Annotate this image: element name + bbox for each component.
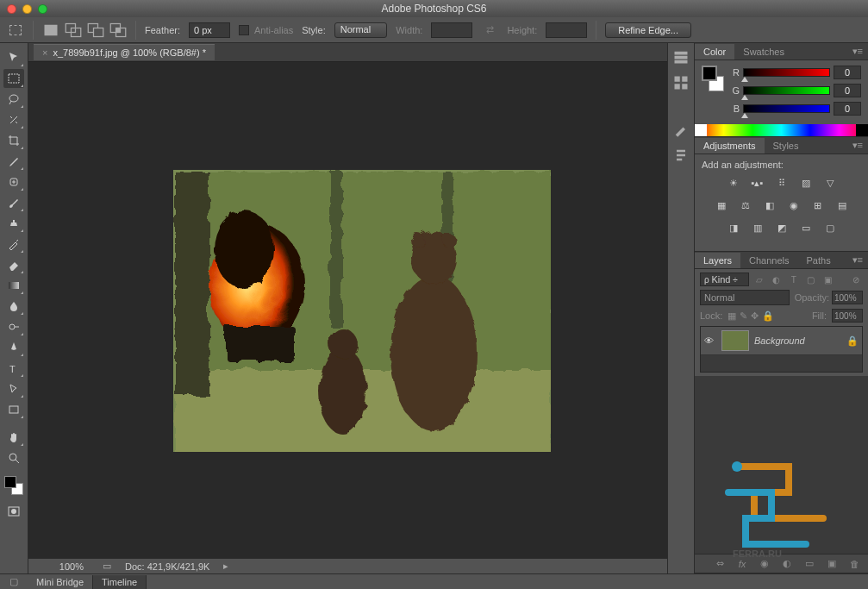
doc-info-arrow-icon[interactable]: ▸	[223, 561, 228, 572]
lock-pixels-icon[interactable]: ✎	[740, 310, 747, 322]
balance-adjustment-icon[interactable]: ⚖	[738, 197, 753, 213]
link-layers-icon[interactable]: ⇔	[713, 557, 727, 571]
opacity-input[interactable]	[832, 291, 863, 304]
bw-adjustment-icon[interactable]: ◧	[762, 197, 777, 213]
color-tab[interactable]: Color	[695, 44, 734, 60]
lasso-tool[interactable]	[3, 90, 24, 109]
screen-mode-icon[interactable]: ▢	[0, 576, 28, 587]
canvas-area[interactable]	[28, 62, 667, 558]
filter-shape-icon[interactable]: ▢	[804, 273, 818, 286]
photo-filter-adjustment-icon[interactable]: ◉	[786, 197, 802, 213]
g-input[interactable]	[834, 84, 861, 97]
adjustment-layer-icon[interactable]: ◐	[780, 557, 794, 571]
timeline-tab[interactable]: Timeline	[93, 575, 147, 589]
adjustments-tab[interactable]: Adjustments	[695, 138, 765, 154]
new-layer-icon[interactable]: ▣	[825, 557, 839, 571]
blend-mode-select[interactable]: Normal	[700, 290, 790, 305]
close-tab-icon[interactable]: ×	[42, 47, 47, 58]
document-tab[interactable]: × x_7899b91f.jpg @ 100% (RGB/8#) *	[34, 44, 215, 60]
zoom-window-button[interactable]	[38, 4, 47, 14]
visibility-icon[interactable]: 👁	[704, 335, 716, 346]
zoom-tool[interactable]	[3, 448, 24, 467]
brightness-adjustment-icon[interactable]: ☀	[726, 175, 741, 191]
b-input[interactable]	[834, 102, 861, 116]
layer-row[interactable]: 👁 Background 🔒	[701, 327, 862, 355]
gradient-tool[interactable]	[3, 276, 24, 295]
lock-position-icon[interactable]: ✥	[751, 310, 759, 322]
vibrance-adjustment-icon[interactable]: ▽	[822, 175, 838, 191]
tool-preset-icon[interactable]	[7, 22, 24, 38]
quick-mask-tool[interactable]	[3, 502, 24, 521]
history-panel-icon[interactable]	[672, 48, 690, 66]
threshold-adjustment-icon[interactable]: ◩	[774, 220, 790, 235]
character-panel-icon[interactable]	[672, 147, 690, 164]
style-select[interactable]: Normal	[334, 22, 387, 38]
posterize-adjustment-icon[interactable]: ▥	[750, 220, 765, 235]
path-selection-tool[interactable]	[3, 379, 24, 398]
panel-menu-icon[interactable]: ▾≡	[847, 46, 868, 57]
panel-menu-icon[interactable]: ▾≡	[847, 254, 868, 266]
g-slider[interactable]	[743, 86, 830, 95]
lock-all-icon[interactable]: 🔒	[762, 310, 774, 322]
layer-name[interactable]: Background	[754, 335, 841, 346]
type-tool[interactable]: T	[3, 359, 24, 378]
layer-fx-icon[interactable]: fx	[735, 557, 749, 571]
channel-mixer-adjustment-icon[interactable]: ⊞	[810, 197, 826, 213]
panel-menu-icon[interactable]: ▾≡	[847, 140, 868, 151]
levels-adjustment-icon[interactable]: ▪▴▪	[750, 175, 765, 191]
hue-adjustment-icon[interactable]: ▦	[714, 197, 729, 213]
selective-color-adjustment-icon[interactable]: ▢	[822, 220, 838, 235]
hand-tool[interactable]	[3, 428, 24, 447]
paths-tab[interactable]: Paths	[798, 253, 840, 268]
rectangle-tool[interactable]	[3, 400, 24, 419]
properties-panel-icon[interactable]	[672, 74, 690, 91]
color-lookup-adjustment-icon[interactable]: ▤	[834, 197, 850, 213]
zoom-level[interactable]: 100%	[37, 561, 89, 572]
gradient-map-adjustment-icon[interactable]: ▭	[798, 220, 814, 235]
close-window-button[interactable]	[7, 4, 16, 14]
healing-brush-tool[interactable]	[3, 172, 24, 191]
lock-transparent-icon[interactable]: ▦	[727, 310, 736, 322]
filter-smart-icon[interactable]: ▣	[821, 273, 835, 286]
blur-tool[interactable]	[3, 297, 24, 316]
selection-intersect-icon[interactable]	[109, 22, 127, 38]
color-swatch[interactable]	[4, 476, 23, 495]
b-slider[interactable]	[743, 104, 830, 113]
r-input[interactable]	[834, 66, 861, 79]
fill-input[interactable]	[832, 309, 863, 323]
brush-panel-icon[interactable]	[672, 121, 690, 138]
eraser-tool[interactable]	[3, 255, 24, 274]
eyedropper-tool[interactable]	[3, 152, 24, 171]
exposure-adjustment-icon[interactable]: ▨	[798, 175, 814, 191]
crop-tool[interactable]	[3, 131, 24, 150]
history-brush-tool[interactable]	[3, 235, 24, 254]
mini-bridge-tab[interactable]: Mini Bridge	[28, 575, 93, 589]
scrubby-zoom-icon[interactable]: ▭	[103, 561, 111, 572]
move-tool[interactable]	[3, 48, 24, 67]
selection-add-icon[interactable]	[65, 22, 82, 38]
fg-bg-color-swatch[interactable]	[702, 66, 724, 91]
feather-input[interactable]	[189, 22, 230, 38]
filter-toggle-icon[interactable]: ⊘	[849, 273, 863, 286]
invert-adjustment-icon[interactable]: ◨	[726, 220, 741, 235]
channels-tab[interactable]: Channels	[740, 253, 797, 268]
dodge-tool[interactable]	[3, 317, 24, 336]
minimize-window-button[interactable]	[22, 4, 32, 14]
layer-mask-icon[interactable]: ◉	[758, 557, 771, 571]
swatches-tab[interactable]: Swatches	[734, 44, 793, 60]
r-slider[interactable]	[743, 68, 830, 77]
magic-wand-tool[interactable]	[3, 110, 24, 129]
styles-tab[interactable]: Styles	[765, 138, 808, 154]
clone-stamp-tool[interactable]	[3, 214, 24, 233]
curves-adjustment-icon[interactable]: ⠿	[774, 175, 790, 191]
filter-adjustment-icon[interactable]: ◐	[770, 273, 784, 286]
layer-group-icon[interactable]: ▭	[802, 557, 816, 571]
selection-new-icon[interactable]	[42, 22, 59, 38]
delete-layer-icon[interactable]: 🗑	[847, 557, 861, 571]
filter-pixel-icon[interactable]: ▱	[752, 273, 766, 286]
brush-tool[interactable]	[3, 193, 24, 212]
selection-subtract-icon[interactable]	[87, 22, 104, 38]
refine-edge-button[interactable]: Refine Edge...	[605, 22, 691, 38]
marquee-tool[interactable]	[3, 69, 24, 88]
spectrum-ramp[interactable]	[695, 124, 868, 136]
